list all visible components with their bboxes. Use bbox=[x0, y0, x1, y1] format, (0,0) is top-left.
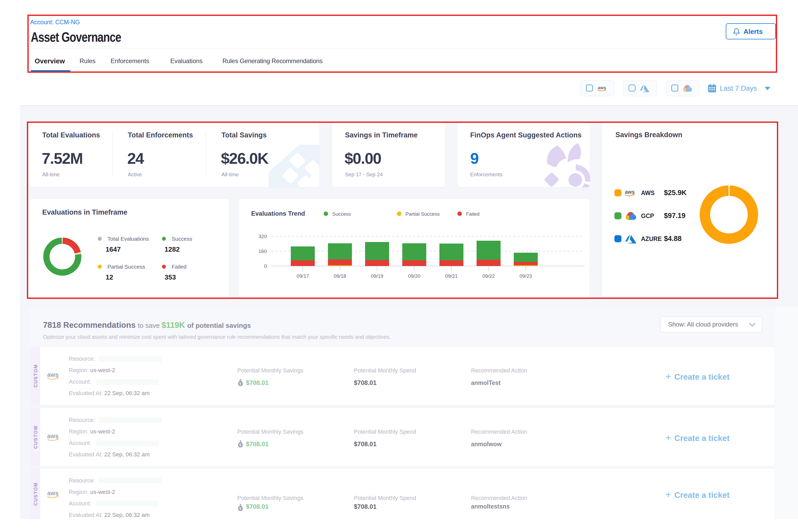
svg-text:$: $ bbox=[240, 382, 242, 386]
svg-text:$: $ bbox=[240, 507, 242, 511]
svg-text:$: $ bbox=[240, 443, 242, 447]
